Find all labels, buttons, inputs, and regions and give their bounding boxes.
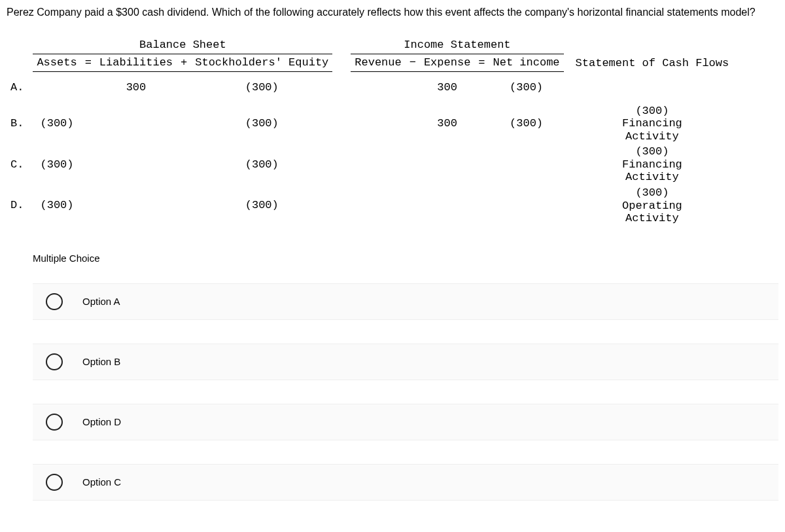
col-eq2: = xyxy=(474,54,489,72)
col-net-income: Net income xyxy=(489,54,564,72)
option-c[interactable]: Option C xyxy=(33,464,778,501)
option-b[interactable]: Option B xyxy=(33,344,778,380)
col-minus: − xyxy=(406,54,420,72)
radio-icon xyxy=(46,414,63,431)
col-equity: Stockholders' Equity xyxy=(191,54,332,72)
radio-icon xyxy=(46,353,63,370)
option-label: Option D xyxy=(82,416,121,427)
col-plus: + xyxy=(177,54,191,72)
col-income-statement: Income Statement xyxy=(351,37,563,54)
radio-icon xyxy=(46,293,63,310)
col-balance-sheet: Balance Sheet xyxy=(33,37,332,54)
options-group: Option A Option B Option D Option C xyxy=(7,283,778,501)
option-label: Option B xyxy=(82,356,120,367)
question-text: Perez Company paid a $300 cash dividend.… xyxy=(7,7,778,18)
radio-icon xyxy=(46,474,63,491)
col-expense: Expense xyxy=(420,54,474,72)
col-liabilities: Liabilities xyxy=(96,54,177,72)
option-label: Option C xyxy=(82,476,121,488)
header-row-top: Balance Sheet Income Statement Statement… xyxy=(7,37,733,54)
option-label: Option A xyxy=(82,296,120,307)
col-revenue: Revenue xyxy=(351,54,405,72)
table-row: B. (300) (300) 300 (300) (300)FinancingA… xyxy=(7,103,733,145)
col-assets: Assets xyxy=(33,54,80,72)
table-row: D. (300) (300) (300)OperatingActivity xyxy=(7,185,733,226)
table-row: C. (300) (300) (300)FinancingActivity xyxy=(7,144,733,185)
multiple-choice-label: Multiple Choice xyxy=(33,253,778,264)
col-cash-flows: Statement of Cash Flows xyxy=(572,37,733,72)
option-a[interactable]: Option A xyxy=(33,283,778,320)
table-row: A. 300 (300) 300 (300) xyxy=(7,72,733,103)
financial-model-table: Balance Sheet Income Statement Statement… xyxy=(7,37,778,226)
col-eq1: = xyxy=(81,54,96,72)
option-d[interactable]: Option D xyxy=(33,404,778,440)
